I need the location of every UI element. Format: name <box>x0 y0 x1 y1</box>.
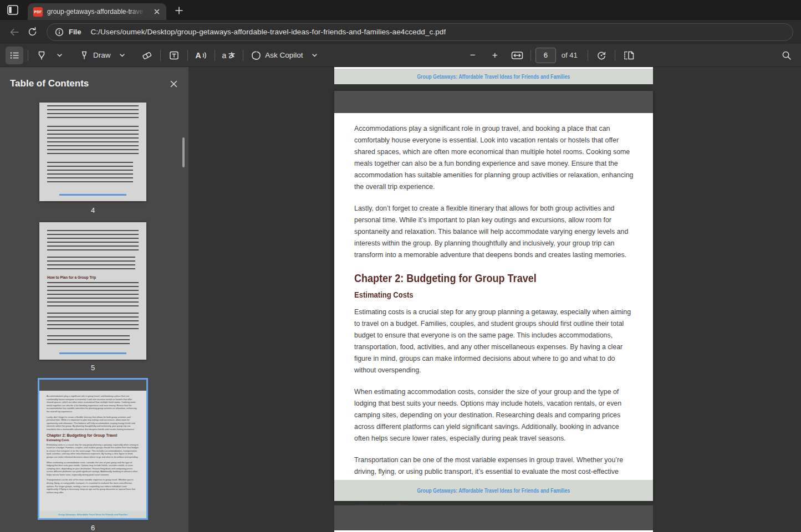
thumbnail-page-number: 4 <box>39 206 146 214</box>
copilot-options-button[interactable] <box>306 47 324 64</box>
read-aloud-button[interactable]: A <box>192 47 210 64</box>
file-scheme-label: File <box>69 28 81 36</box>
pdf-file-icon: PDF <box>33 7 43 17</box>
thumbnail-footer-line <box>59 194 126 196</box>
fit-to-width-button[interactable] <box>508 47 526 64</box>
rotate-button[interactable] <box>593 47 610 64</box>
section-heading: Estimating Costs <box>354 290 606 299</box>
draw-options-button[interactable] <box>114 47 131 64</box>
chapter-heading: Chapter 2: Budgeting for Group Travel <box>354 272 600 285</box>
page-number-input[interactable]: 6 <box>535 48 556 63</box>
thumbnail-text-lines <box>47 313 139 331</box>
chevron-down-icon <box>119 52 125 58</box>
back-arrow-icon <box>9 27 20 38</box>
pdf-page-5-fragment: Group Getaways: Affordable Travel Ideas … <box>334 67 653 84</box>
paragraph: Lastly, don’t forget to create a flexibl… <box>354 203 634 261</box>
tab-close-button[interactable] <box>152 7 162 17</box>
fit-width-icon <box>511 50 523 60</box>
toolbar-separator <box>160 50 161 61</box>
thumbnail-page-5[interactable]: How to Plan for a Group Trip <box>39 222 146 360</box>
toolbar-separator <box>187 50 188 61</box>
toolbar-separator <box>588 50 588 61</box>
pdf-viewer[interactable]: Group Getaways: Affordable Travel Ideas … <box>188 67 801 532</box>
browser-tab-strip: PDF group-getaways-affordable-trave <box>0 0 801 20</box>
thumbnail-page-6-selected[interactable]: Accommodations play a significant role i… <box>38 378 148 520</box>
close-icon <box>153 8 161 16</box>
toolbar-separator <box>530 50 531 61</box>
paragraph: When estimating accommodation costs, con… <box>354 386 634 444</box>
thumbnail-text-lines <box>47 230 139 252</box>
address-input[interactable]: File C:/Users/oumek/Desktop/group-getawa… <box>47 23 793 41</box>
toolbar-separator <box>243 50 243 61</box>
translate-icon-latin: a <box>222 51 227 60</box>
panel-close-button[interactable] <box>169 79 178 89</box>
highlight-options-button[interactable] <box>50 47 68 64</box>
erase-button[interactable] <box>138 47 156 64</box>
content-area: Table of Contents 4 How to Plan for a Gr… <box>0 67 801 532</box>
pdf-toolbar: Draw A a Ask Copilot − + 6 of 41 <box>0 44 801 67</box>
page-footer-band: Group Getaways: Affordable Travel Ideas … <box>334 69 653 84</box>
table-of-contents-button[interactable] <box>6 47 23 64</box>
highlighter-icon <box>36 50 47 61</box>
thumbnail-heading: How to Plan for a Group Trip <box>47 275 96 279</box>
translate-button[interactable]: a <box>220 47 239 64</box>
thumbnail-paragraph: When estimating accommodation costs, con… <box>47 461 139 477</box>
address-bar: File C:/Users/oumek/Desktop/group-getawa… <box>0 20 801 44</box>
tab-title: group-getaways-affordable-trave <box>47 8 147 16</box>
pdf-page-6: Accommodations play a significant role i… <box>334 91 653 501</box>
thumbnail-text-lines <box>47 282 139 308</box>
thumbnail-text-lines <box>47 103 139 120</box>
toolbar-separator <box>28 50 28 61</box>
plus-icon <box>174 6 184 16</box>
refresh-icon <box>27 27 38 37</box>
page-footer-band: Group Getaways: Affordable Travel Ideas … <box>334 480 653 501</box>
thumbnail-page-number: 6 <box>39 524 146 532</box>
page-body-text: Accommodations play a significant role i… <box>334 113 653 513</box>
thumbnail-header-band <box>39 380 146 391</box>
page-header-band <box>334 505 653 530</box>
chevron-down-icon <box>57 52 63 58</box>
minus-icon: − <box>470 50 476 61</box>
zoom-in-button[interactable]: + <box>486 47 504 64</box>
info-icon <box>55 28 64 37</box>
back-button[interactable] <box>6 23 23 41</box>
text-box-icon <box>169 50 180 61</box>
active-tab[interactable]: PDF group-getaways-affordable-trave <box>28 3 166 20</box>
thumbnail-text-lines <box>47 126 139 156</box>
panel-title: Table of Contents <box>10 78 89 89</box>
url-text: C:/Users/oumek/Desktop/group-getaways-af… <box>90 28 446 36</box>
ask-copilot-label: Ask Copilot <box>265 51 303 59</box>
thumbnail-section-heading: Estimating Costs <box>47 438 139 442</box>
draw-label: Draw <box>93 51 111 59</box>
paragraph: Estimating costs is a crucial step for a… <box>354 306 634 376</box>
draw-button[interactable]: Draw <box>76 47 114 64</box>
thumbnail-paragraph: Transportation can be one of the most va… <box>47 478 139 494</box>
eraser-icon <box>141 50 152 61</box>
close-icon <box>169 79 178 89</box>
page-view-button[interactable] <box>620 47 637 64</box>
zoom-out-button[interactable]: − <box>464 47 482 64</box>
add-text-button[interactable] <box>165 47 183 64</box>
plus-icon: + <box>492 50 498 61</box>
thumbnail-paragraph: Accommodations play a significant role i… <box>47 395 139 413</box>
copilot-icon <box>251 50 262 61</box>
thumbnail-paragraph: Estimating costs is a crucial step for a… <box>47 443 139 459</box>
refresh-button[interactable] <box>23 23 41 41</box>
thumbnail-page-4[interactable] <box>39 103 146 201</box>
sidebar-scrollbar-thumb[interactable] <box>182 137 185 167</box>
thumbnail-paragraph: Lastly, don’t forget to create a flexibl… <box>47 416 139 431</box>
page-count-label: of 41 <box>562 51 578 59</box>
pen-icon <box>79 50 90 61</box>
search-button[interactable] <box>778 47 795 64</box>
tab-actions-button[interactable] <box>4 3 21 17</box>
table-of-contents-panel: Table of Contents 4 How to Plan for a Gr… <box>0 67 188 532</box>
two-page-view-icon <box>623 50 635 60</box>
thumbnail-text-lines <box>47 335 130 346</box>
sound-waves-icon <box>202 52 207 59</box>
new-tab-button[interactable] <box>174 6 184 16</box>
highlight-button[interactable] <box>33 47 50 64</box>
ask-copilot-button[interactable]: Ask Copilot <box>248 47 305 64</box>
tab-actions-icon <box>7 5 18 15</box>
chevron-down-icon <box>312 52 318 58</box>
running-footer-title: Group Getaways: Affordable Travel Ideas … <box>417 73 570 80</box>
